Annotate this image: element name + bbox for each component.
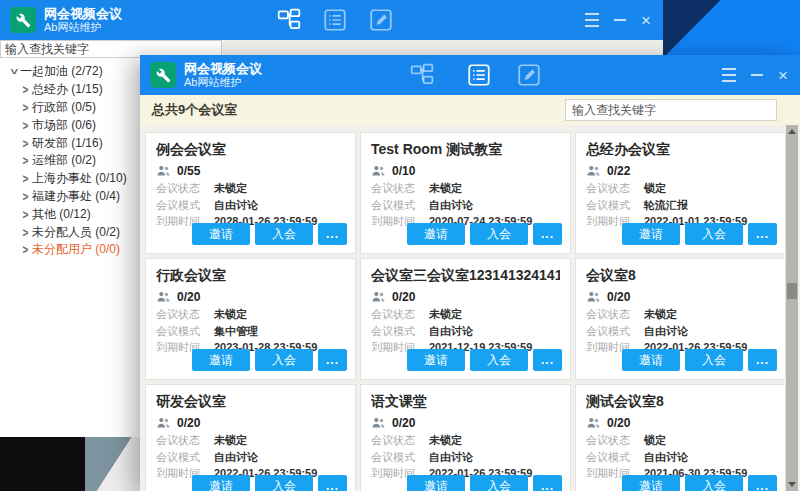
tree-item-label: 未分配用户 (0/0) bbox=[32, 241, 120, 258]
join-button[interactable]: 入会 bbox=[255, 223, 313, 245]
tree-item-label: 行政部 (0/5) bbox=[32, 99, 96, 116]
mode-label: 会议模式 bbox=[156, 449, 214, 466]
meeting-rooms-window: 网会视频会议 Ab网站维护 总共9个会议室 例会会议室 bbox=[140, 55, 800, 491]
room-name: 研发会议室 bbox=[156, 393, 345, 413]
chevron-icon[interactable] bbox=[19, 244, 32, 255]
people-icon bbox=[586, 164, 601, 177]
background-window-controls bbox=[585, 0, 651, 40]
invite-button[interactable]: 邀请 bbox=[622, 475, 680, 491]
status-label: 会议状态 bbox=[586, 306, 644, 323]
participant-count-row: 0/22 bbox=[586, 161, 775, 180]
status-value: 未锁定 bbox=[429, 306, 560, 323]
status-label: 会议状态 bbox=[371, 306, 429, 323]
wallpaper-slate-triangle bbox=[85, 437, 138, 491]
tree-item-label: 未分配人员 (0/2) bbox=[32, 224, 120, 241]
chevron-icon[interactable] bbox=[19, 173, 32, 184]
chevron-icon[interactable] bbox=[19, 155, 32, 166]
meeting-list-icon[interactable] bbox=[466, 62, 492, 88]
compose-edit-icon[interactable] bbox=[368, 7, 394, 33]
chevron-icon[interactable] bbox=[19, 209, 32, 220]
mode-label: 会议模式 bbox=[156, 323, 214, 340]
join-button[interactable]: 入会 bbox=[255, 475, 313, 491]
close-icon[interactable] bbox=[778, 67, 788, 84]
menu-icon[interactable] bbox=[722, 66, 736, 84]
participant-count: 0/20 bbox=[392, 416, 415, 430]
room-card-grid: 例会会议室 0/55 会议状态 未锁定 会议模式 自由讨论 到期时间 2028-… bbox=[140, 125, 786, 491]
invite-button[interactable]: 邀请 bbox=[407, 223, 465, 245]
vertical-scrollbar[interactable] bbox=[786, 125, 798, 491]
mode-label: 会议模式 bbox=[586, 449, 644, 466]
more-actions-button[interactable]: ... bbox=[533, 349, 562, 371]
app-titles: 网会视频会议 Ab网站维护 bbox=[184, 61, 262, 90]
chevron-icon[interactable] bbox=[19, 84, 32, 95]
room-card: Test Room 测试教室 0/10 会议状态 未锁定 会议模式 自由讨论 到… bbox=[360, 132, 571, 254]
invite-button[interactable]: 邀请 bbox=[192, 349, 250, 371]
org-chart-icon[interactable] bbox=[409, 62, 435, 88]
more-actions-button[interactable]: ... bbox=[533, 475, 562, 491]
invite-button[interactable]: 邀请 bbox=[407, 475, 465, 491]
join-button[interactable]: 入会 bbox=[255, 349, 313, 371]
status-label: 会议状态 bbox=[156, 180, 214, 197]
join-button[interactable]: 入会 bbox=[470, 223, 528, 245]
tree-item-label: 福建办事处 (0/4) bbox=[32, 188, 120, 205]
minimize-icon[interactable] bbox=[614, 19, 626, 21]
org-chart-icon[interactable] bbox=[276, 7, 302, 33]
mode-value: 自由讨论 bbox=[214, 197, 345, 214]
more-actions-button[interactable]: ... bbox=[748, 349, 777, 371]
main-titlebar: 网会视频会议 Ab网站维护 bbox=[140, 55, 800, 95]
close-icon[interactable] bbox=[641, 12, 651, 29]
chevron-icon[interactable] bbox=[7, 66, 20, 77]
room-search-input[interactable] bbox=[565, 99, 777, 121]
invite-button[interactable]: 邀请 bbox=[192, 223, 250, 245]
invite-button[interactable]: 邀请 bbox=[192, 475, 250, 491]
join-button[interactable]: 入会 bbox=[685, 475, 743, 491]
room-actions: 邀请 入会 ... bbox=[622, 349, 777, 371]
chevron-icon[interactable] bbox=[19, 120, 32, 131]
mode-value: 自由讨论 bbox=[429, 197, 560, 214]
more-actions-button[interactable]: ... bbox=[318, 349, 347, 371]
chevron-icon[interactable] bbox=[19, 191, 32, 202]
participant-count-row: 0/10 bbox=[371, 161, 560, 180]
invite-button[interactable]: 邀请 bbox=[407, 349, 465, 371]
chevron-icon[interactable] bbox=[19, 102, 32, 113]
join-button[interactable]: 入会 bbox=[470, 475, 528, 491]
chevron-icon[interactable] bbox=[19, 138, 32, 149]
more-actions-button[interactable]: ... bbox=[318, 223, 347, 245]
wallpaper-black-shape bbox=[0, 437, 85, 491]
mode-value: 自由讨论 bbox=[644, 449, 775, 466]
main-toolbar bbox=[409, 62, 562, 88]
scroll-down-icon[interactable] bbox=[788, 482, 796, 487]
room-name: 例会会议室 bbox=[156, 141, 345, 161]
compose-edit-icon[interactable] bbox=[516, 62, 542, 88]
wallpaper-navy-triangle bbox=[663, 0, 800, 58]
status-value: 未锁定 bbox=[429, 432, 560, 449]
invite-button[interactable]: 邀请 bbox=[622, 223, 680, 245]
screen: 网会视频会议 Ab网站维护 一起加油 bbox=[0, 0, 800, 491]
room-name: 会议室三会议室123141324141三会... bbox=[371, 267, 560, 287]
participant-count-row: 0/20 bbox=[586, 287, 775, 306]
scrollbar-thumb[interactable] bbox=[787, 283, 797, 299]
join-button[interactable]: 入会 bbox=[685, 223, 743, 245]
invite-button[interactable]: 邀请 bbox=[622, 349, 680, 371]
chevron-icon[interactable] bbox=[19, 227, 32, 238]
join-button[interactable]: 入会 bbox=[685, 349, 743, 371]
more-actions-button[interactable]: ... bbox=[533, 223, 562, 245]
app-title: 网会视频会议 bbox=[44, 6, 122, 22]
people-icon bbox=[156, 290, 171, 303]
menu-icon[interactable] bbox=[585, 11, 599, 29]
minimize-icon[interactable] bbox=[751, 74, 763, 76]
more-actions-button[interactable]: ... bbox=[748, 475, 777, 491]
app-title: 网会视频会议 bbox=[184, 61, 262, 77]
status-value: 未锁定 bbox=[429, 180, 560, 197]
room-card: 例会会议室 0/55 会议状态 未锁定 会议模式 自由讨论 到期时间 2028-… bbox=[145, 132, 356, 254]
more-actions-button[interactable]: ... bbox=[318, 475, 347, 491]
meeting-list-icon[interactable] bbox=[322, 7, 348, 33]
scroll-up-icon[interactable] bbox=[788, 129, 796, 134]
mode-label: 会议模式 bbox=[371, 197, 429, 214]
tree-item-label: 运维部 (0/2) bbox=[32, 152, 96, 169]
participant-count: 0/20 bbox=[392, 290, 415, 304]
join-button[interactable]: 入会 bbox=[470, 349, 528, 371]
main-window-controls bbox=[722, 55, 788, 95]
tree-item-label: 总经办 (1/15) bbox=[32, 81, 103, 98]
more-actions-button[interactable]: ... bbox=[748, 223, 777, 245]
